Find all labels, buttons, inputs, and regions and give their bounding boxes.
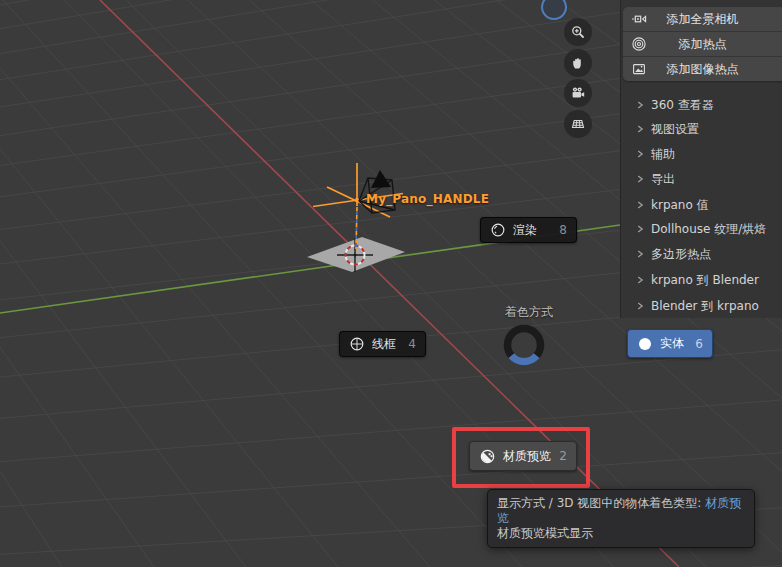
annotation-highlight-box [452,427,590,488]
tooltip: 显示方式 / 3D 视图中的物体着色类型: 材质预览 材质预览模式显示 [487,489,755,548]
pie-item-solid[interactable]: 实体 6 [627,329,713,358]
pie-item-rendered[interactable]: 渲染 8 [480,217,577,243]
object-name-label: My_Pano_HANDLE [366,192,489,206]
sidebar-panel: 添加全景相机 添加热点 [620,0,782,318]
add-panorama-camera-button[interactable]: 添加全景相机 [623,7,782,32]
chevron-right-icon [633,273,647,287]
section-label: Dollhouse 纹理/烘焙 [651,221,766,238]
section-label: 多边形热点 [651,246,711,263]
solid-sphere-icon [637,336,653,352]
button-label: 添加图像热点 [623,57,782,81]
chevron-right-icon [633,247,647,261]
chevron-right-icon [633,98,647,112]
pie-item-shortcut: 8 [559,223,567,237]
pie-item-wireframe[interactable]: 线框 4 [339,331,426,357]
camera-view-button[interactable] [564,79,592,107]
pie-item-label: 线框 [372,336,396,353]
section-label: krpano 值 [651,197,709,214]
section-label: 360 查看器 [651,97,714,114]
sidebar-section-assist[interactable]: 辅助 [621,145,782,163]
pie-direction-arc [511,356,536,362]
pie-menu-center-donut [501,322,547,368]
section-label: 导出 [651,171,675,188]
sidebar-section-view-settings[interactable]: 视图设置 [621,120,782,138]
add-hotspot-button[interactable]: 添加热点 [623,32,782,57]
sidebar-section-krpano-to-blender[interactable]: krpano 到 Blender [621,271,782,289]
rendered-sphere-icon [490,222,506,238]
chevron-right-icon [633,222,647,236]
section-label: 视图设置 [651,121,699,138]
chevron-right-icon [633,147,647,161]
pie-item-label: 实体 [660,335,684,352]
tooltip-line2: 材质预览模式显示 [497,526,745,541]
pan-button[interactable] [564,49,592,77]
chevron-right-icon [633,299,647,313]
orthographic-toggle-button[interactable] [564,110,592,138]
pie-item-shortcut: 6 [695,337,703,351]
button-label: 添加热点 [623,32,782,56]
hand-icon [570,55,586,71]
sidebar-section-krpano-values[interactable]: krpano 值 [621,196,782,214]
chevron-right-icon [633,172,647,186]
magnifier-plus-icon [570,24,586,40]
chevron-right-icon [633,198,647,212]
sidebar-section-polygon-hotspot[interactable]: 多边形热点 [621,245,782,263]
sidebar-button-group: 添加全景相机 添加热点 [623,7,782,81]
sidebar-section-blender-to-krpano[interactable]: Blender 到 krpano [621,297,782,315]
sidebar-section-360-viewer[interactable]: 360 查看器 [621,96,782,114]
relationship-line [356,207,357,249]
sidebar-section-export[interactable]: 导出 [621,170,782,188]
add-image-hotspot-button[interactable]: 添加图像热点 [623,57,782,81]
sidebar-section-dollhouse-bake[interactable]: Dollhouse 纹理/烘焙 [621,220,782,238]
blender-window: My_Pano_HANDLE [0,0,782,567]
section-label: Blender 到 krpano [651,298,759,315]
grid-icon [570,116,586,132]
pie-menu-title: 着色方式 [505,304,553,321]
section-label: 辅助 [651,146,675,163]
pie-item-label: 渲染 [513,222,537,239]
tooltip-line1: 显示方式 / 3D 视图中的物体着色类型: 材质预览 [497,496,745,526]
wireframe-sphere-icon [349,336,365,352]
camera-icon [570,85,586,101]
pie-item-shortcut: 4 [408,337,416,351]
zoom-button[interactable] [564,18,592,46]
button-label: 添加全景相机 [623,7,782,31]
chevron-right-icon [633,122,647,136]
section-label: krpano 到 Blender [651,272,759,289]
